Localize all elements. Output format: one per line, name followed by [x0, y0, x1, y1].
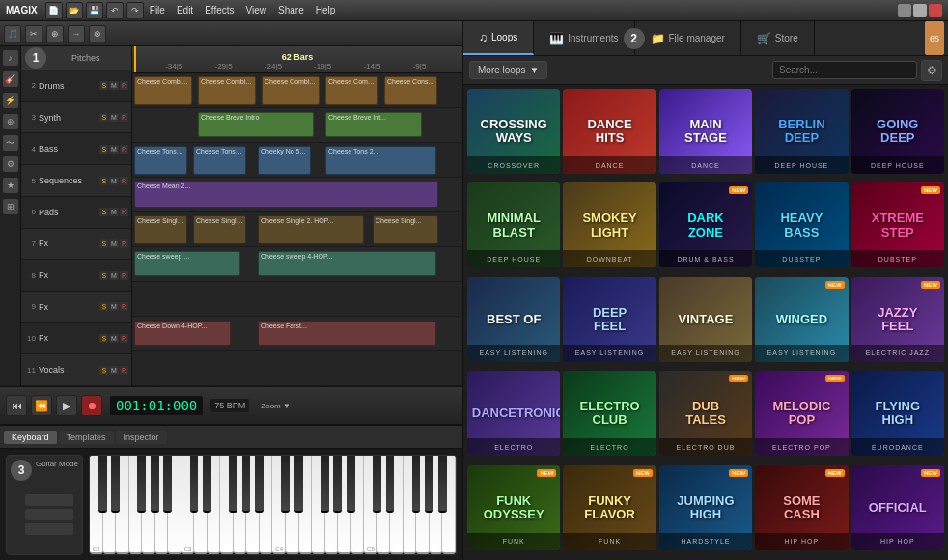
menu-effects[interactable]: Effects: [205, 5, 234, 15]
clip[interactable]: Cheese Farst...: [258, 321, 436, 346]
mute-button[interactable]: M: [109, 334, 119, 343]
clip[interactable]: Cheese Combi...: [134, 76, 192, 105]
black-key[interactable]: [438, 456, 447, 513]
clip[interactable]: Cheese Mean 2...: [134, 181, 438, 208]
card-deep[interactable]: DEEPFEEL EASY LISTENING: [563, 277, 655, 362]
clip[interactable]: Cheese Combi...: [325, 76, 378, 105]
icon-midi[interactable]: ⊕: [3, 114, 18, 129]
more-loops-button[interactable]: More loops ▼: [469, 61, 547, 79]
open-btn[interactable]: 📂: [66, 2, 83, 19]
piano-keys[interactable]: C2C3C4C5: [89, 455, 457, 555]
menu-share[interactable]: Share: [278, 5, 304, 15]
icon-plug[interactable]: ⊞: [3, 199, 18, 214]
black-key[interactable]: [151, 456, 159, 513]
card-smokey[interactable]: SMOKEYLIGHT DOWNBEAT: [563, 182, 655, 267]
clip[interactable]: Cheese Down 4-HOP...: [134, 321, 231, 346]
clip[interactable]: Cheeky No 5...: [258, 146, 311, 175]
black-key[interactable]: [242, 456, 251, 513]
search-input[interactable]: [772, 61, 917, 79]
tab-templates[interactable]: Templates: [59, 431, 114, 444]
clip[interactable]: Cheese Breve Int...: [325, 112, 422, 137]
icon-settings[interactable]: ⚙: [3, 156, 18, 172]
rec-button[interactable]: R: [120, 302, 128, 311]
ctrl-btn[interactable]: [25, 509, 73, 520]
clip[interactable]: Cheese Cons...: [384, 76, 437, 105]
menu-file[interactable]: File: [150, 5, 165, 15]
rec-button[interactable]: R: [120, 113, 128, 122]
solo-button[interactable]: S: [99, 113, 108, 122]
black-key[interactable]: [98, 456, 107, 513]
card-funky[interactable]: FUNKYFLAVOR FUNK NEW: [563, 465, 655, 550]
icon-instrument[interactable]: 🎸: [3, 71, 18, 87]
play-button[interactable]: ▶: [56, 395, 77, 416]
mute-button[interactable]: M: [109, 113, 119, 122]
minimize-button[interactable]: [898, 4, 911, 17]
icon-effects[interactable]: ⚡: [3, 93, 18, 108]
clip[interactable]: Cheese sweep ...: [134, 251, 240, 276]
redo-btn[interactable]: ↷: [126, 2, 144, 19]
tab-filemanager[interactable]: 📁 File manager: [635, 21, 741, 55]
black-key[interactable]: [347, 456, 355, 513]
record-button[interactable]: ⏺: [81, 395, 102, 416]
card-jumping[interactable]: JUMPINGHIGH HARDSTYLE NEW: [659, 465, 752, 550]
clip[interactable]: Cheese Tons 2...: [325, 146, 436, 175]
rewind-button[interactable]: ⏮: [6, 395, 27, 416]
new-btn[interactable]: 📄: [45, 2, 63, 19]
menu-help[interactable]: Help: [316, 5, 336, 15]
tab-instruments[interactable]: 🎹 Instruments: [534, 21, 634, 55]
clip[interactable]: Cheese Tons 2...: [134, 146, 187, 175]
tab-loops[interactable]: ♫ Loops: [463, 21, 534, 55]
save-btn[interactable]: 💾: [86, 2, 103, 19]
mute-button[interactable]: M: [109, 81, 119, 90]
icon-automation[interactable]: 〜: [3, 135, 18, 151]
clip[interactable]: Cheese Single 2. HOP...: [258, 215, 364, 244]
gear-button[interactable]: ⚙: [921, 60, 942, 81]
solo-button[interactable]: S: [99, 334, 108, 343]
card-electro[interactable]: ELECTROCLUB ELECTRO: [563, 371, 655, 456]
mute-button[interactable]: M: [109, 271, 119, 280]
card-jazzy[interactable]: JAZZYFEEL ELECTRIC JAZZ NEW: [851, 277, 944, 362]
clip[interactable]: Cheese Combi...: [198, 76, 256, 105]
maximize-button[interactable]: [913, 4, 927, 17]
solo-button[interactable]: S: [99, 81, 108, 90]
mute-button[interactable]: M: [109, 302, 119, 311]
black-key[interactable]: [333, 456, 342, 513]
close-button[interactable]: [929, 4, 942, 17]
solo-button[interactable]: S: [99, 239, 108, 248]
solo-button[interactable]: S: [99, 145, 108, 154]
black-key[interactable]: [111, 456, 120, 513]
card-official[interactable]: OFFICIAL HIP HOP NEW: [851, 465, 944, 550]
card-dance2[interactable]: DANCETRONIC ELECTRO: [467, 371, 560, 456]
solo-button[interactable]: S: [99, 366, 108, 375]
rec-button[interactable]: R: [120, 239, 128, 248]
ctrl-btn[interactable]: [25, 494, 73, 506]
clip[interactable]: Cheese Singl...: [373, 215, 438, 244]
transport-bpm[interactable]: 75 BPM: [210, 399, 249, 412]
solo-button[interactable]: S: [99, 271, 108, 280]
mute-button[interactable]: M: [109, 145, 119, 154]
menu-edit[interactable]: Edit: [177, 5, 193, 15]
rec-button[interactable]: R: [120, 208, 128, 216]
icon-star[interactable]: ★: [3, 178, 18, 193]
tab-keyboard[interactable]: Keyboard: [4, 431, 57, 444]
clip[interactable]: Cheese Single 2...: [193, 215, 246, 244]
black-key[interactable]: [373, 456, 381, 513]
rec-button[interactable]: R: [120, 81, 128, 90]
card-some[interactable]: SOMECASH HIP HOP NEW: [755, 465, 848, 550]
black-key[interactable]: [425, 456, 433, 513]
black-key[interactable]: [294, 456, 303, 513]
black-key[interactable]: [229, 456, 237, 513]
black-key[interactable]: [190, 456, 199, 513]
prev-button[interactable]: ⏪: [31, 395, 52, 416]
undo-btn[interactable]: ↶: [106, 2, 124, 19]
daw-tool-4[interactable]: →: [68, 25, 85, 42]
menu-view[interactable]: View: [246, 5, 267, 15]
daw-tool-5[interactable]: ⊗: [89, 25, 106, 42]
black-key[interactable]: [163, 456, 172, 513]
rec-button[interactable]: R: [120, 177, 128, 185]
card-funk[interactable]: FUNKODYSSEY FUNK NEW: [467, 465, 560, 550]
icon-mixer[interactable]: ♪: [3, 50, 18, 66]
card-xtreme[interactable]: XTREMESTEP DUBSTEP NEW: [851, 182, 944, 267]
card-heavy[interactable]: HEAVYBASS DUBSTEP: [755, 182, 848, 267]
tab-inspector[interactable]: Inspector: [116, 431, 167, 444]
